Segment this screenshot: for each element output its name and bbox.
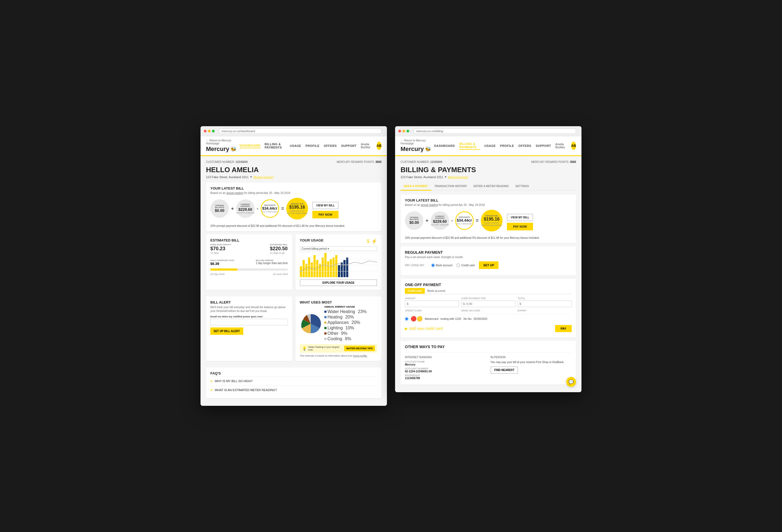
legend-lighting: Lighting 10% — [324, 326, 367, 331]
bank-account-radio-label[interactable]: Bank account — [431, 264, 453, 267]
nav-billing-left[interactable]: BILLING & PAYMENTS — [265, 142, 286, 150]
bill-alert-email-input[interactable] — [210, 319, 288, 325]
amount-col: AMOUNT — [405, 297, 459, 307]
two-col-bottom-left: BILL ALERT We'll track your bill everyda… — [206, 297, 382, 364]
inperson-text: You may pay your bill at your nearest Po… — [491, 360, 572, 364]
total-input[interactable] — [518, 301, 572, 307]
water-tip-icon: 💡 — [302, 346, 307, 351]
faq-plus-icon-1: + — [210, 379, 213, 383]
browser-address-bar-right[interactable]: mercury.co.nz/billing — [414, 128, 576, 134]
pay-now-button-left[interactable]: PAY NOW — [312, 211, 339, 218]
find-nearest-button[interactable]: FIND NEAREST — [491, 366, 518, 374]
latest-bill-title-right: YOUR LATEST BILL — [405, 198, 572, 202]
nav-offers-left[interactable]: OFFERS — [324, 144, 337, 148]
estimate-note: This estimate is based on information ab… — [300, 354, 378, 357]
usage-dollar-icon[interactable]: $ — [367, 238, 369, 244]
used-electricity-col: USED ELECTRICITY $70.23 11 days — [210, 243, 231, 257]
nav-dashboard-right[interactable]: DASHBOARD — [434, 144, 455, 148]
nav-profile-left[interactable]: PROFILE — [306, 144, 319, 148]
back-link-left[interactable]: ← Return to Mercury Homepage — [206, 139, 240, 145]
bank-account-radio[interactable] — [431, 264, 435, 267]
card-last4: ending with 1234 — [440, 317, 461, 320]
back-link-right[interactable]: ← Return to Mercury Homepage — [400, 139, 434, 145]
dot-red-right — [398, 130, 401, 132]
logo-text-left: Mercury — [206, 146, 229, 153]
total-col: TOTAL — [518, 297, 572, 307]
bill-footnote-right: 10% prompt payment discount of $22.96 an… — [405, 236, 572, 239]
browser-address-bar-left[interactable]: mercury.co.nz/dashboard — [219, 128, 382, 134]
credit-card-radio-label[interactable]: Credit card — [457, 264, 474, 267]
moving-house-left[interactable]: Moving house? — [254, 176, 274, 179]
customer-bar-right: CUSTOMER NUMBER: 12345600 MERCURY REWARD… — [400, 160, 576, 163]
bill-circles-left: OPENING BALANCE $0.00 + CURRENT CHARGES … — [210, 198, 308, 220]
fee-input[interactable] — [461, 301, 516, 307]
moving-house-right[interactable]: Moving house? — [448, 176, 468, 179]
latest-bill-card-right: YOUR LATEST BILL Based on an actual read… — [400, 194, 576, 243]
nav-support-left[interactable]: SUPPORT — [341, 144, 357, 148]
tab-meter-reading[interactable]: ENTER A METER READING — [470, 183, 512, 191]
header-right: ← Return to Mercury Homepage Mercury 🐝 D… — [395, 136, 581, 156]
set-up-regular-payment-button[interactable]: SET UP — [479, 261, 498, 269]
nav-offers-right[interactable]: OFFERS — [518, 144, 531, 148]
tab-settings[interactable]: SETTINGS — [512, 183, 532, 191]
nav-usage-right[interactable]: USAGE — [484, 144, 496, 148]
chat-bubble[interactable]: 💬 — [566, 377, 576, 387]
card-radio[interactable] — [405, 317, 408, 321]
usage-period-selector[interactable]: Current billing period ▾ — [300, 246, 378, 251]
user-avatar-right[interactable]: AB — [571, 142, 576, 150]
set-up-bill-alert-button[interactable]: SET UP BILL ALERT — [210, 328, 243, 335]
nav-support-right[interactable]: SUPPORT — [536, 144, 551, 148]
card-expiry: 05/30/2020 — [474, 317, 487, 320]
water-heating-tips-button[interactable]: WATER-HEATING TIPS — [344, 346, 375, 351]
payment-method-row: PAY USING MY: Bank account Credit card S… — [405, 261, 572, 269]
what-uses-most-card: WHAT USES MOST — [295, 297, 382, 361]
pay-button[interactable]: PAY — [555, 325, 572, 332]
pay-now-button-right[interactable]: PAY NOW — [507, 223, 533, 230]
view-bill-button-right[interactable]: VIEW MY BILL — [507, 214, 533, 221]
user-name-right: Amelia Buckley — [555, 143, 567, 149]
one-off-title: ONE-OFF PAYMENT — [405, 282, 572, 287]
amount-input[interactable] — [405, 301, 459, 307]
usage-kwh-icon[interactable]: ⚡ — [371, 238, 377, 244]
estimated-bill-title: ESTIMATED BILL — [210, 238, 288, 242]
nav-usage-left[interactable]: USAGE — [290, 144, 301, 148]
browser-dots — [204, 130, 215, 132]
faq-item-2[interactable]: + WHAT IS AN ESTIMATED METER READING? — [210, 385, 377, 394]
page-title-left: HELLO AMELIA — [206, 166, 382, 174]
tab-credit-card[interactable]: Credit card — [405, 288, 425, 294]
nav-billing-right[interactable]: BILLING & PAYMENTS — [459, 142, 480, 150]
user-avatar-left[interactable]: AB — [377, 142, 382, 150]
explore-usage-button[interactable]: EXPLORE YOUR USAGE — [300, 279, 378, 286]
mercury-logo-left: Mercury 🐝 — [206, 146, 240, 153]
faq-item-1[interactable]: + WHY IS MY BILL SO HIGH? — [210, 376, 377, 385]
tab-make-payment[interactable]: MAKE A PAYMENT — [400, 183, 431, 191]
legend-dot-other — [324, 332, 326, 335]
dot-red — [204, 130, 207, 132]
legend-other: Other 9% — [324, 331, 367, 336]
water-tip-text: Water heating is your largest cost. — [308, 346, 343, 351]
card-name: Xin Nu — [463, 317, 471, 320]
latest-bill-title-left: YOUR LATEST BILL — [210, 186, 290, 190]
tab-transaction-history[interactable]: TRANSACTION HISTORY — [431, 183, 470, 191]
legend-appliances: Appliances 20% — [324, 320, 367, 325]
usage-chart — [300, 253, 378, 277]
right-browser-window: mercury.co.nz/billing ← Return to Mercur… — [395, 126, 581, 392]
discounts-circle-left: DISCOUNTS $34.44cr incl 2 discounts — [261, 199, 279, 218]
account-name-row: ACCOUNT NAME Mercury — [405, 360, 486, 366]
faq-label-2: WHAT IS AN ESTIMATED METER READING? — [215, 388, 277, 392]
equals-op-right: = — [476, 218, 479, 224]
minus-operator-left: - — [257, 206, 258, 212]
bill-circles-right: OPENING BALANCE $0.00 + CURRENT CHARGES … — [405, 210, 503, 231]
inperson-section: In-person You may pay your bill at your … — [491, 356, 572, 381]
est-bill-row2: DAILY AVERAGE COST $6.39 BILLING PERIOD … — [210, 259, 288, 266]
credit-card-radio[interactable] — [457, 264, 460, 267]
nav-dashboard-left[interactable]: DASHBOARD — [240, 143, 260, 148]
tab-bank-account[interactable]: Bank account — [425, 288, 448, 294]
add-card-link[interactable]: ▶ Add new credit card — [405, 327, 443, 331]
legend-heating: Heating 20% — [324, 315, 367, 319]
nav-profile-right[interactable]: PROFILE — [500, 144, 514, 148]
email-label: Email me when my unbilled power goes ove… — [210, 315, 288, 318]
view-bill-button-left[interactable]: VIEW MY BILL — [312, 202, 339, 209]
minus-op-right: - — [452, 218, 453, 224]
discounts-circle-right: DISCOUNTS $34.44cr incl 2 discounts — [455, 211, 474, 230]
